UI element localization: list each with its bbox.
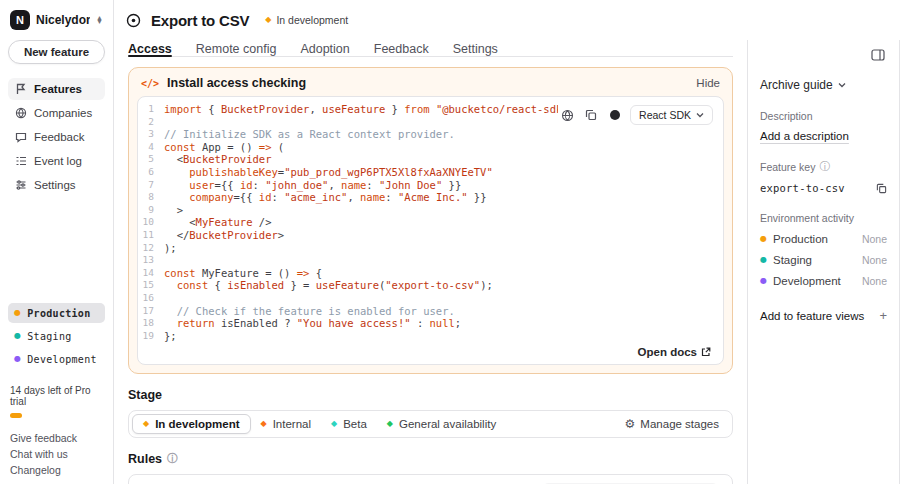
sidebar-item-event-log[interactable]: Event log	[8, 150, 105, 172]
give-feedback-link[interactable]: Give feedback	[10, 432, 103, 444]
description-label: Description	[760, 110, 887, 122]
gear-icon: ⚙	[625, 417, 636, 431]
sdk-select-value: React SDK	[639, 109, 691, 121]
add-to-feature-views-label: Add to feature views	[760, 310, 864, 322]
feature-header: Export to CSV ◆ In development	[114, 0, 900, 40]
code-line: 15 const { isEnabled } = useFeature("exp…	[138, 279, 723, 292]
code-icon: </>	[141, 78, 159, 89]
language-icon[interactable]	[558, 106, 576, 124]
activity-env-name: Staging	[773, 254, 812, 266]
rail-top	[760, 44, 887, 66]
sidebar-item-label: Event log	[34, 155, 82, 167]
stage-option-general-availability[interactable]: ◆ General availability	[377, 415, 506, 433]
stage-heading: Stage	[128, 388, 733, 402]
code-line: 8 company={{ id: "acme_inc", name: "Acme…	[138, 191, 723, 204]
code-line: 6 publishableKey="pub_prod_wgP6PTX5Xl8fx…	[138, 166, 723, 179]
sidebar-item-features[interactable]: Features	[8, 78, 105, 100]
rule-row-production: ◆ Production 0 known users in 0 companie…	[128, 474, 733, 484]
stage-badge-label: In development	[276, 14, 348, 26]
activity-value: None	[862, 254, 887, 266]
globe-icon	[14, 107, 27, 120]
list-icon	[14, 155, 27, 168]
code-lines: 1import { BucketProvider, useFeature } f…	[138, 103, 723, 342]
tab-remote-config[interactable]: Remote config	[196, 40, 277, 56]
info-icon[interactable]: ⓘ	[819, 160, 830, 174]
code-editor: 1import { BucketProvider, useFeature } f…	[137, 96, 724, 365]
env-item-staging[interactable]: ● Staging	[8, 326, 105, 346]
changelog-link[interactable]: Changelog	[10, 464, 103, 476]
sidebar-item-label: Features	[34, 83, 82, 95]
copy-icon[interactable]	[876, 183, 887, 194]
center-column: Access Remote config Adoption Feedback S…	[114, 40, 747, 484]
stage-option-beta[interactable]: ◆ Beta	[321, 415, 377, 433]
env-dot: ●	[14, 355, 21, 363]
feature-flag-icon	[126, 13, 141, 28]
sidebar-item-settings[interactable]: Settings	[8, 174, 105, 196]
add-to-feature-views-button[interactable]: Add to feature views +	[760, 309, 887, 322]
env-item-production[interactable]: ● Production	[8, 303, 105, 323]
add-description-link[interactable]: Add a description	[760, 130, 887, 142]
feature-key-label: Feature key ⓘ	[760, 160, 887, 174]
panel-toggle-icon[interactable]	[869, 46, 887, 64]
sidebar-item-feedback[interactable]: Feedback	[8, 126, 105, 148]
new-feature-button[interactable]: New feature	[8, 40, 105, 64]
sidebar-item-companies[interactable]: Companies	[8, 102, 105, 124]
install-card-header: </> Install access checking Hide	[129, 68, 732, 96]
install-access-card: </> Install access checking Hide 1import…	[128, 67, 733, 374]
activity-env-name: Development	[773, 275, 841, 287]
chat-with-us-link[interactable]: Chat with us	[10, 448, 103, 460]
sliders-icon	[14, 179, 27, 192]
code-line: 12);	[138, 242, 723, 255]
stage-selector: ◆ In development ◆ Internal ◆ Beta ◆ Gen…	[128, 410, 733, 438]
stage-diamond-icon: ◆	[261, 420, 267, 428]
stage-option-in-development[interactable]: ◆ In development	[132, 414, 251, 434]
org-avatar: N	[10, 10, 30, 30]
chevron-down-icon	[696, 112, 704, 118]
code-line: 11 </BucketProvider>	[138, 229, 723, 242]
code-line: 7 user={{ id: "john_doe", name: "John Do…	[138, 179, 723, 192]
feature-tabs: Access Remote config Adoption Feedback S…	[128, 40, 733, 57]
chat-icon	[14, 131, 27, 144]
env-dot: ●	[14, 309, 21, 317]
open-docs-link[interactable]: Open docs	[638, 346, 711, 358]
env-dot: ●	[14, 332, 21, 340]
main-area: Export to CSV ◆ In development Access Re…	[114, 0, 900, 484]
env-dot: ●	[760, 235, 767, 243]
tab-adoption[interactable]: Adoption	[300, 40, 349, 56]
external-link-icon	[701, 347, 711, 357]
archive-guide-label: Archive guide	[760, 78, 833, 92]
trial-progress-bar	[10, 413, 22, 418]
theme-icon[interactable]	[606, 106, 624, 124]
archive-guide-button[interactable]: Archive guide	[760, 78, 887, 92]
code-line: 3// Initialize SDK as a React context pr…	[138, 128, 723, 141]
chevron-down-icon	[838, 82, 846, 88]
copy-icon[interactable]	[582, 106, 600, 124]
sidebar-item-label: Companies	[34, 107, 92, 119]
hide-button[interactable]: Hide	[696, 77, 720, 89]
env-item-development[interactable]: ● Development	[8, 349, 105, 369]
activity-value: None	[862, 275, 887, 287]
tab-access[interactable]: Access	[128, 40, 172, 56]
trial-text: 14 days left of Pro trial	[10, 385, 103, 407]
manage-stages-button[interactable]: ⚙ Manage stages	[625, 417, 729, 431]
sidebar-item-label: Settings	[34, 179, 76, 191]
env-label: Staging	[27, 331, 71, 342]
stage-diamond-icon: ◆	[143, 420, 149, 428]
tab-settings[interactable]: Settings	[453, 40, 498, 56]
env-label: Production	[27, 308, 90, 319]
code-line: 16	[138, 292, 723, 305]
code-line: 5 <BucketProvider	[138, 153, 723, 166]
feature-stage-badge[interactable]: ◆ In development	[265, 14, 348, 26]
rules-heading: Rules ⓘ	[128, 452, 733, 466]
env-dot: ●	[760, 277, 767, 285]
stage-option-internal[interactable]: ◆ Internal	[251, 415, 322, 433]
tab-feedback[interactable]: Feedback	[374, 40, 429, 56]
sidebar: N Nicelydone ▲▼ New feature Features Com…	[0, 0, 114, 484]
environment-activity-label: Environment activity	[760, 212, 887, 224]
env-dot: ●	[760, 256, 767, 264]
code-toolbar: React SDK	[558, 105, 713, 125]
org-switcher[interactable]: N Nicelydone ▲▼	[8, 10, 105, 40]
sdk-select[interactable]: React SDK	[630, 105, 713, 125]
info-icon[interactable]: ⓘ	[167, 452, 178, 466]
feature-key-label-text: Feature key	[760, 161, 815, 173]
